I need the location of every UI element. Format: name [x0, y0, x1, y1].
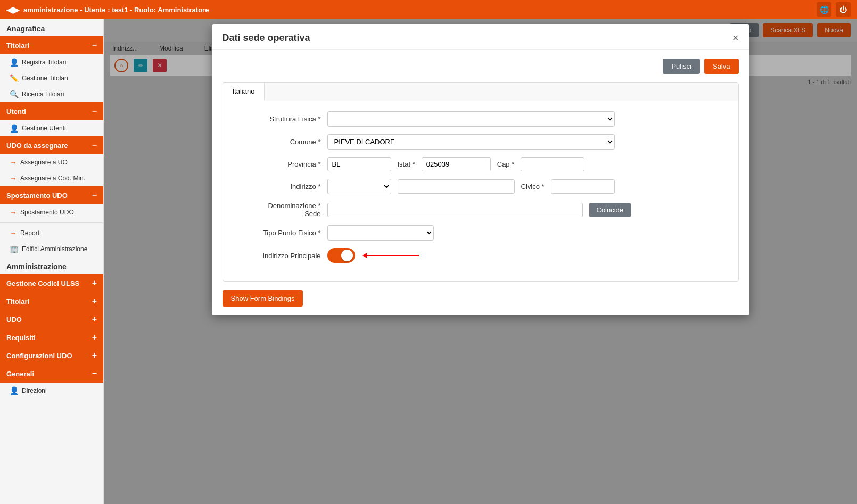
- civico-group: Civico *: [521, 179, 615, 194]
- sidebar-group-udo-assegnare-label: UDO da assegnare: [6, 142, 68, 150]
- building-icon: 🏢: [10, 245, 19, 253]
- sidebar-group-gestione-codici-label: Gestione Codici ULSS: [6, 279, 79, 287]
- chevron-icon: ◀▶: [6, 5, 19, 15]
- sidebar-group-requisiti-label: Requisiti: [6, 334, 36, 342]
- requisiti-toggle: +: [92, 333, 97, 342]
- sidebar-item-spostamento-udo-label: Spostamento UDO: [20, 209, 74, 216]
- indirizzo-principale-toggle[interactable]: [327, 248, 355, 263]
- sidebar-group-utenti[interactable]: Utenti −: [0, 102, 103, 120]
- gestione-codici-toggle: +: [92, 278, 97, 288]
- show-form-bindings-button[interactable]: Show Form Bindings: [223, 290, 303, 307]
- sidebar-group-spostamento[interactable]: Spostamento UDO −: [0, 186, 103, 204]
- sidebar-group-udo[interactable]: UDO +: [0, 310, 103, 328]
- main-layout: Anagrafica Titolari − 👤 Registra Titolar…: [0, 19, 857, 504]
- sidebar-group-udo-assegnare-toggle: −: [92, 141, 97, 150]
- sidebar-item-assegnare-cod-label: Assegnare a Cod. Min.: [20, 175, 85, 182]
- denominazione-label-text: Denominazione *Sede: [268, 202, 320, 218]
- pulisci-button[interactable]: Pulisci: [663, 59, 700, 74]
- comune-select[interactable]: PIEVE DI CADORE: [327, 134, 615, 150]
- cap-label: Cap *: [497, 160, 515, 168]
- titolari-2-toggle: +: [92, 296, 97, 306]
- sidebar-item-report[interactable]: → Report: [0, 225, 103, 241]
- sidebar-group-titolari-2[interactable]: Titolari +: [0, 292, 103, 310]
- sidebar-group-spostamento-toggle: −: [92, 191, 97, 200]
- sidebar-item-edifici-label: Edifici Amministrazione: [22, 245, 87, 253]
- salva-button[interactable]: Salva: [704, 59, 739, 74]
- sidebar-group-utenti-toggle: −: [92, 106, 97, 116]
- struttura-fisica-select[interactable]: [327, 111, 615, 127]
- user-icon-3: 👤: [10, 386, 19, 395]
- sidebar-group-udo-label: UDO: [6, 316, 22, 324]
- indirizzo-row: Indirizzo * Civico *: [236, 179, 726, 194]
- sidebar-item-direzioni[interactable]: 👤 Direzioni: [0, 383, 103, 399]
- power-button[interactable]: ⏻: [836, 2, 851, 17]
- sidebar-group-gestione-codici[interactable]: Gestione Codici ULSS +: [0, 274, 103, 292]
- sidebar-item-assegnare-cod[interactable]: → Assegnare a Cod. Min.: [0, 170, 103, 186]
- sidebar-group-generali[interactable]: Generali −: [0, 365, 103, 383]
- sidebar-item-edifici[interactable]: 🏢 Edifici Amministrazione: [0, 241, 103, 257]
- modal-actions: Pulisci Salva: [223, 59, 739, 74]
- sidebar-item-gestione-titolari[interactable]: ✏️ Gestione Titolari: [0, 70, 103, 86]
- toggle-slider: [327, 248, 355, 263]
- provincia-label: Provincia *: [236, 160, 321, 168]
- civico-input[interactable]: [551, 179, 615, 194]
- tab-italiano[interactable]: Italiano: [223, 83, 265, 101]
- provincia-input[interactable]: [327, 157, 391, 171]
- arrow-annotation: [366, 255, 419, 256]
- sidebar-group-config-udo-label: Configurazioni UDO: [6, 352, 72, 360]
- search-icon: 🔍: [10, 90, 19, 98]
- sidebar-group-config-udo[interactable]: Configurazioni UDO +: [0, 346, 103, 365]
- coincide-button[interactable]: Coincide: [589, 203, 631, 217]
- istat-group: Istat *: [398, 157, 491, 171]
- sidebar-item-ricerca-titolari[interactable]: 🔍 Ricerca Titolari: [0, 86, 103, 102]
- tipo-punto-fisico-row: Tipo Punto Fisico *: [236, 225, 726, 241]
- indirizzo-principale-row: Indirizzo Principale: [236, 248, 726, 263]
- arrow-icon-report: →: [10, 229, 17, 237]
- arrow-icon-3: →: [10, 208, 17, 217]
- denominazione-row: Denominazione *Sede Coincide: [236, 202, 726, 218]
- sidebar-item-report-label: Report: [20, 229, 39, 237]
- denominazione-label: Denominazione *Sede: [236, 202, 321, 218]
- form-tabs: Italiano Struttura Fisica *: [223, 82, 739, 282]
- indirizzo-text-input[interactable]: [398, 179, 515, 194]
- denominazione-input[interactable]: [327, 203, 583, 217]
- sidebar-group-requisiti[interactable]: Requisiti +: [0, 328, 103, 346]
- sidebar-group-titolari[interactable]: Titolari −: [0, 36, 103, 54]
- top-bar: ◀▶ amministrazione - Utente : test1 - Ru…: [0, 0, 857, 19]
- config-udo-toggle: +: [92, 351, 97, 360]
- main-content: Filtro Scarica XLS Nuova Indirizz... Mod…: [104, 19, 857, 504]
- indirizzo-select[interactable]: [327, 179, 391, 194]
- tipo-punto-fisico-label: Tipo Punto Fisico *: [236, 229, 321, 237]
- sidebar-group-generali-label: Generali: [6, 370, 34, 378]
- toggle-wrapper: [327, 248, 419, 263]
- modal-dialog: Dati sede operativa × Pulisci Salva Ital…: [212, 24, 749, 315]
- form-content: Struttura Fisica * Comune * PIEVE DI CAD…: [223, 101, 738, 281]
- modal-close-button[interactable]: ×: [732, 32, 739, 44]
- sidebar-item-ricerca-label: Ricerca Titolari: [22, 90, 64, 98]
- user-icon-2: 👤: [10, 124, 19, 133]
- sidebar-group-titolari-label: Titolari: [6, 42, 29, 49]
- sidebar-item-gestione-utenti[interactable]: 👤 Gestione Utenti: [0, 120, 103, 136]
- istat-input[interactable]: [422, 157, 491, 171]
- provincia-row: Provincia * Istat * Cap *: [236, 157, 726, 171]
- user-icon: 👤: [10, 58, 19, 67]
- cap-input[interactable]: [521, 157, 584, 171]
- amministrazione-title: Amministrazione: [0, 257, 103, 274]
- arrow-icon-2: →: [10, 174, 17, 183]
- sidebar-item-registra-titolari[interactable]: 👤 Registra Titolari: [0, 54, 103, 70]
- comune-label: Comune *: [236, 138, 321, 146]
- modal-overlay: Dati sede operativa × Pulisci Salva Ital…: [104, 19, 857, 504]
- sidebar-group-titolari-toggle: −: [92, 40, 97, 50]
- sidebar-item-assegnare-uo[interactable]: → Assegnare a UO: [0, 154, 103, 170]
- sidebar-item-direzioni-label: Direzioni: [22, 387, 47, 394]
- modal-body: Pulisci Salva Italiano Struttura Fisica …: [212, 50, 749, 315]
- globe-button[interactable]: 🌐: [817, 2, 831, 17]
- top-bar-left: ◀▶ amministrazione - Utente : test1 - Ru…: [6, 5, 817, 15]
- sidebar-group-udo-assegnare[interactable]: UDO da assegnare −: [0, 136, 103, 154]
- tab-bar: Italiano: [223, 83, 738, 101]
- anagrafica-title: Anagrafica: [0, 19, 103, 36]
- sidebar-group-titolari-2-label: Titolari: [6, 298, 29, 305]
- tipo-punto-fisico-select[interactable]: [327, 225, 434, 241]
- top-bar-icons: 🌐 ⏻: [817, 2, 851, 17]
- sidebar-item-spostamento-udo[interactable]: → Spostamento UDO: [0, 204, 103, 220]
